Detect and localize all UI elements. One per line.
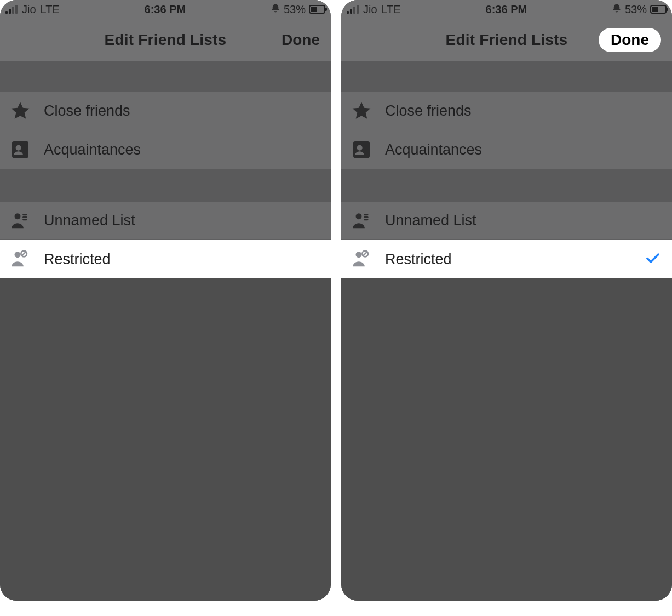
section-gap xyxy=(0,169,331,202)
network-label: LTE xyxy=(382,3,401,16)
list-row-unnamed[interactable]: Unnamed List xyxy=(0,202,331,240)
preset-lists-section: Close friends Acquaintances xyxy=(341,92,672,169)
svg-rect-8 xyxy=(364,214,368,215)
battery-pct: 53% xyxy=(625,3,647,16)
badge-icon xyxy=(350,138,373,161)
section-gap xyxy=(341,61,672,92)
list-label: Unnamed List xyxy=(385,212,476,229)
screenshot-left: Jio LTE 6:36 PM 53% Edit Friend Lists Do… xyxy=(0,0,331,601)
custom-lists-section: Unnamed List Restricted xyxy=(0,202,331,278)
clock: 6:36 PM xyxy=(145,3,186,16)
screenshot-right: Jio LTE 6:36 PM 53% Edit Friend Lists Do… xyxy=(341,0,672,601)
list-label: Restricted xyxy=(385,251,452,268)
list-row-close-friends[interactable]: Close friends xyxy=(0,92,331,130)
clock: 6:36 PM xyxy=(486,3,527,16)
svg-rect-2 xyxy=(22,216,27,218)
star-icon xyxy=(350,100,373,123)
custom-lists-section: Unnamed List Restricted xyxy=(341,202,672,278)
list-row-acquaintances[interactable]: Acquaintances xyxy=(0,130,331,169)
list-row-unnamed[interactable]: Unnamed List xyxy=(341,202,672,240)
section-gap xyxy=(341,169,672,202)
list-row-close-friends[interactable]: Close friends xyxy=(341,92,672,130)
network-label: LTE xyxy=(41,3,60,16)
star-icon xyxy=(9,100,32,123)
list-row-restricted[interactable]: Restricted xyxy=(341,240,672,278)
list-row-acquaintances[interactable]: Acquaintances xyxy=(341,130,672,169)
done-button[interactable]: Done xyxy=(282,31,320,49)
svg-line-13 xyxy=(363,252,367,255)
battery-icon xyxy=(309,5,325,14)
done-button[interactable]: Done xyxy=(599,28,661,52)
signal-icon xyxy=(5,5,18,14)
battery-pct: 53% xyxy=(284,3,306,16)
person-list-icon xyxy=(350,209,373,232)
svg-point-11 xyxy=(356,252,362,258)
person-restricted-icon xyxy=(9,248,32,271)
svg-rect-10 xyxy=(364,219,368,220)
battery-icon xyxy=(650,5,667,14)
svg-rect-9 xyxy=(364,216,368,218)
alarm-icon xyxy=(271,3,280,16)
badge-icon xyxy=(9,138,32,161)
svg-point-7 xyxy=(356,213,362,219)
person-restricted-icon xyxy=(350,248,373,271)
svg-rect-1 xyxy=(22,214,27,215)
svg-point-0 xyxy=(15,213,21,219)
section-gap xyxy=(0,61,331,92)
carrier-label: Jio xyxy=(363,3,377,16)
carrier-label: Jio xyxy=(22,3,36,16)
page-title: Edit Friend Lists xyxy=(446,31,568,49)
list-label: Unnamed List xyxy=(44,212,135,229)
svg-rect-3 xyxy=(22,219,27,220)
list-label: Acquaintances xyxy=(44,141,141,158)
nav-bar: Edit Friend Lists Done xyxy=(341,19,672,61)
signal-icon xyxy=(347,5,359,14)
list-label: Close friends xyxy=(44,102,130,119)
list-label: Close friends xyxy=(385,102,472,119)
list-label: Restricted xyxy=(44,251,111,268)
empty-area xyxy=(0,278,331,601)
status-bar: Jio LTE 6:36 PM 53% xyxy=(0,0,331,19)
person-list-icon xyxy=(9,209,32,232)
checkmark-icon xyxy=(645,250,661,269)
svg-point-4 xyxy=(15,252,21,258)
list-label: Acquaintances xyxy=(385,141,482,158)
empty-area xyxy=(341,278,672,601)
page-title: Edit Friend Lists xyxy=(105,31,227,49)
preset-lists-section: Close friends Acquaintances xyxy=(0,92,331,169)
alarm-icon xyxy=(612,3,622,16)
list-row-restricted[interactable]: Restricted xyxy=(0,240,331,278)
svg-line-6 xyxy=(22,252,26,255)
nav-bar: Edit Friend Lists Done xyxy=(0,19,331,61)
status-bar: Jio LTE 6:36 PM 53% xyxy=(341,0,672,19)
